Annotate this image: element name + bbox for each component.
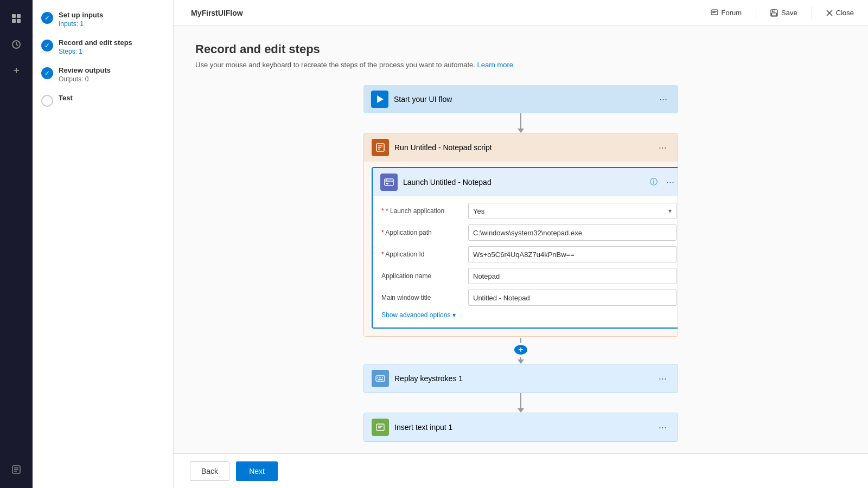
svg-rect-29 xyxy=(377,377,378,378)
launch-icon xyxy=(384,177,394,187)
insert-node-header[interactable]: Insert text input 1 ··· xyxy=(364,413,678,441)
application-name-field[interactable] xyxy=(473,272,672,280)
step-check-review: ✓ xyxy=(41,67,53,79)
step-test: Test xyxy=(41,94,164,107)
left-sidebar: + xyxy=(0,0,33,488)
launch-application-select[interactable]: Yes ▾ xyxy=(468,203,676,219)
sidebar-icon-1[interactable] xyxy=(5,34,27,55)
launch-info-icon[interactable]: ⓘ xyxy=(650,177,658,187)
sidebar-bottom-icon[interactable] xyxy=(5,459,27,480)
svg-rect-16 xyxy=(772,13,777,16)
learn-more-link[interactable]: Learn more xyxy=(477,61,513,69)
replay-node-title: Replay keystrokes 1 xyxy=(394,374,650,383)
svg-rect-1 xyxy=(17,14,21,18)
launch-application-value: Yes xyxy=(473,207,484,215)
step-check-setup: ✓ xyxy=(41,12,53,24)
insert-node: Insert text input 1 ··· xyxy=(363,413,678,442)
launch-application-row: * * Launch application Yes ▾ xyxy=(381,203,676,219)
insert-node-title: Insert text input 1 xyxy=(394,423,650,432)
page-description: Use your mouse and keyboard to recreate … xyxy=(195,61,846,69)
run-script-node-header[interactable]: Run Untitled - Notepad script ··· xyxy=(364,133,678,162)
next-button[interactable]: Next xyxy=(236,461,278,481)
save-icon xyxy=(770,9,778,17)
save-label: Save xyxy=(781,9,797,17)
replay-icon xyxy=(372,370,389,387)
sidebar-home-icon[interactable] xyxy=(5,8,27,29)
main-window-title-input[interactable] xyxy=(468,290,676,306)
step-label-setup: Set up inputs xyxy=(59,11,103,19)
page-title: Record and edit steps xyxy=(195,42,846,56)
main-content: MyFirstUIFlow Forum Save Close xyxy=(174,0,868,488)
svg-rect-30 xyxy=(379,377,380,378)
play-icon xyxy=(375,94,385,104)
application-path-field[interactable] xyxy=(473,229,672,237)
application-id-input[interactable] xyxy=(468,246,676,262)
application-path-row: * Application path xyxy=(381,224,676,241)
add-step-button[interactable]: + xyxy=(514,345,527,355)
start-node-more-button[interactable]: ··· xyxy=(656,93,671,106)
start-node-header[interactable]: Start your UI flow ··· xyxy=(363,85,678,113)
close-icon xyxy=(826,10,833,16)
launch-node-header[interactable]: Launch Untitled - Notepad ⓘ ··· xyxy=(373,168,678,196)
flow-name: MyFirstUIFlow xyxy=(182,9,243,17)
replay-node-more-button[interactable]: ··· xyxy=(655,372,670,386)
step-label-record: Record and edit steps xyxy=(59,38,132,47)
run-script-icon xyxy=(372,139,389,156)
forum-button[interactable]: Forum xyxy=(705,5,748,20)
step-label-review: Review outputs xyxy=(59,66,111,74)
step-sub-setup: Inputs: 1 xyxy=(59,20,103,28)
show-advanced-chevron: ▾ xyxy=(452,311,456,319)
insert-node-more-button[interactable]: ··· xyxy=(655,421,670,434)
svg-rect-31 xyxy=(380,377,381,378)
application-id-field[interactable] xyxy=(473,251,672,259)
launch-application-chevron: ▾ xyxy=(668,207,672,215)
start-node-title: Start your UI flow xyxy=(394,95,650,104)
application-name-input[interactable] xyxy=(468,268,676,284)
launch-node: Launch Untitled - Notepad ⓘ ··· * * Laun… xyxy=(372,167,678,329)
application-id-label: * Application Id xyxy=(381,251,468,258)
application-id-row: * Application Id xyxy=(381,246,676,262)
back-button[interactable]: Back xyxy=(190,461,229,481)
run-script-more-button[interactable]: ··· xyxy=(655,141,670,155)
keyboard-icon xyxy=(375,374,385,383)
step-label-test: Test xyxy=(59,94,73,102)
steps-panel: ✓ Set up inputs Inputs: 1 ✓ Record and e… xyxy=(33,0,174,488)
replay-node-header[interactable]: Replay keystrokes 1 ··· xyxy=(364,364,678,393)
svg-rect-24 xyxy=(385,179,393,185)
application-path-input[interactable] xyxy=(468,224,676,241)
step-setup: ✓ Set up inputs Inputs: 1 xyxy=(41,11,164,28)
launch-node-body: * * Launch application Yes ▾ * A xyxy=(373,196,678,328)
svg-rect-33 xyxy=(378,379,383,380)
run-script-title: Run Untitled - Notepad script xyxy=(394,143,650,152)
main-window-title-label: Main window title xyxy=(381,294,468,301)
svg-rect-28 xyxy=(376,376,385,381)
launch-node-title: Launch Untitled - Notepad xyxy=(403,178,644,187)
svg-rect-2 xyxy=(12,19,16,23)
show-advanced-button[interactable]: Show advanced options ▾ xyxy=(381,311,676,319)
arrow-down-1 xyxy=(518,129,524,133)
step-check-test xyxy=(41,95,53,107)
application-name-row: Application name xyxy=(381,268,676,284)
topbar-divider-2 xyxy=(812,7,812,20)
svg-rect-34 xyxy=(376,424,384,431)
close-button[interactable]: Close xyxy=(821,5,859,20)
step-sub-record: Steps: 1 xyxy=(59,48,132,55)
forum-icon xyxy=(711,9,718,17)
forum-label: Forum xyxy=(722,9,742,17)
step-sub-review: Outputs: 0 xyxy=(59,75,111,83)
launch-node-more-button[interactable]: ··· xyxy=(663,176,678,189)
svg-rect-15 xyxy=(773,10,775,12)
flow-container: Start your UI flow ··· xyxy=(195,85,846,442)
script-icon xyxy=(375,143,385,152)
save-button[interactable]: Save xyxy=(765,5,803,20)
application-path-label: * Application path xyxy=(381,229,468,236)
canvas: Record and edit steps Use your mouse and… xyxy=(174,26,868,453)
arrow-plus-container: + xyxy=(514,337,527,364)
svg-rect-27 xyxy=(386,183,388,184)
show-advanced-label: Show advanced options xyxy=(381,311,450,319)
launch-application-label: * * Launch application xyxy=(381,207,468,215)
step-record: ✓ Record and edit steps Steps: 1 xyxy=(41,38,164,55)
main-window-title-row: Main window title xyxy=(381,290,676,306)
sidebar-add-icon[interactable]: + xyxy=(5,60,27,81)
main-window-title-field[interactable] xyxy=(473,294,672,302)
